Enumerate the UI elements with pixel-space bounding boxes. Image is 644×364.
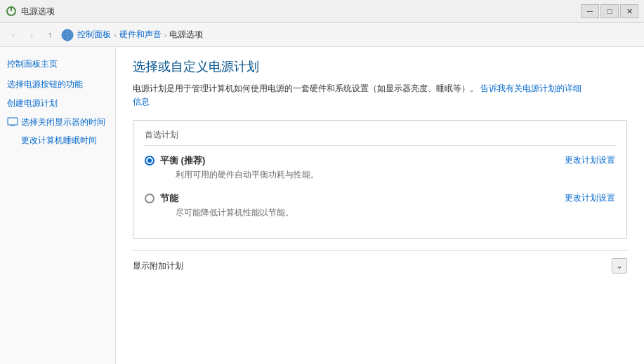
close-button[interactable]: ✕ bbox=[620, 4, 638, 18]
nav-bar: ‹ › ↑ 控制面板 › 硬件和声音 › 电源选项 bbox=[0, 23, 644, 47]
back-button[interactable]: ‹ bbox=[6, 27, 21, 43]
globe-icon bbox=[60, 28, 74, 42]
plan-item-balanced: 平衡 (推荐) 利用可用的硬件自动平衡功耗与性能。 更改计划设置 bbox=[145, 154, 615, 181]
show-more-label: 显示附加计划 bbox=[133, 260, 183, 272]
plan-powersaver-desc: 尽可能降低计算机性能以节能。 bbox=[176, 207, 294, 219]
breadcrumb-hardware[interactable]: 硬件和声音 bbox=[119, 29, 162, 41]
maximize-button[interactable]: □ bbox=[600, 4, 619, 18]
plan-balanced-change-link[interactable]: 更改计划设置 bbox=[565, 154, 615, 166]
svg-rect-7 bbox=[8, 118, 18, 125]
sidebar-item-power-btn[interactable]: 选择电源按钮的功能 bbox=[7, 79, 108, 90]
show-more-button[interactable]: ⌄ bbox=[612, 258, 627, 274]
breadcrumb-current: 电源选项 bbox=[169, 29, 203, 41]
plans-section: 首选计划 平衡 (推荐) 利用可用的硬件自动平衡功耗与性能。 更改计划设置 bbox=[133, 120, 627, 239]
sidebar: 控制面板主页 选择电源按钮的功能 创建电源计划 选择关闭显示器的时间 更改计算机… bbox=[0, 47, 116, 364]
title-bar-text: 电源选项 bbox=[21, 6, 55, 18]
moon-icon bbox=[7, 135, 18, 147]
power-icon bbox=[6, 6, 17, 17]
plan-balanced-desc: 利用可用的硬件自动平衡功耗与性能。 bbox=[176, 169, 319, 181]
sidebar-item-display-sleep[interactable]: 选择关闭显示器的时间 bbox=[7, 116, 108, 128]
breadcrumb-control-panel[interactable]: 控制面板 bbox=[77, 29, 111, 41]
content-description: 电源计划是用于管理计算机如何使用电源的一套硬件和系统设置（如显示器亮度、睡眠等）… bbox=[133, 82, 589, 109]
plan-item-powersaver: 节能 尽可能降低计算机性能以节能。 更改计划设置 bbox=[145, 192, 615, 219]
minimize-button[interactable]: ─ bbox=[581, 4, 599, 18]
plan-powersaver-change-link[interactable]: 更改计划设置 bbox=[565, 192, 615, 204]
sidebar-item-sleep-time[interactable]: 更改计算机睡眠时间 bbox=[7, 135, 108, 147]
show-more-section: 显示附加计划 ⌄ bbox=[133, 250, 627, 274]
page-title: 选择或自定义电源计划 bbox=[133, 58, 627, 75]
title-bar-controls: ─ □ ✕ bbox=[581, 4, 638, 18]
screen-icon bbox=[7, 116, 18, 128]
radio-balanced[interactable] bbox=[145, 156, 155, 166]
main-layout: 控制面板主页 选择电源按钮的功能 创建电源计划 选择关闭显示器的时间 更改计算机… bbox=[0, 47, 644, 364]
sidebar-item-create-plan[interactable]: 创建电源计划 bbox=[7, 97, 108, 109]
plans-header: 首选计划 bbox=[145, 129, 615, 146]
title-bar: 电源选项 ─ □ ✕ bbox=[0, 0, 644, 23]
chevron-down-icon: ⌄ bbox=[616, 261, 623, 271]
radio-powersaver[interactable] bbox=[145, 194, 155, 203]
plan-balanced-name: 平衡 (推荐) bbox=[160, 154, 319, 167]
content-area: 选择或自定义电源计划 电源计划是用于管理计算机如何使用电源的一套硬件和系统设置（… bbox=[116, 47, 644, 364]
sidebar-home-link[interactable]: 控制面板主页 bbox=[7, 58, 108, 70]
breadcrumb: 控制面板 › 硬件和声音 › 电源选项 bbox=[77, 29, 203, 41]
forward-button[interactable]: › bbox=[24, 27, 39, 43]
up-button[interactable]: ↑ bbox=[42, 27, 58, 43]
plan-powersaver-name: 节能 bbox=[160, 192, 294, 205]
